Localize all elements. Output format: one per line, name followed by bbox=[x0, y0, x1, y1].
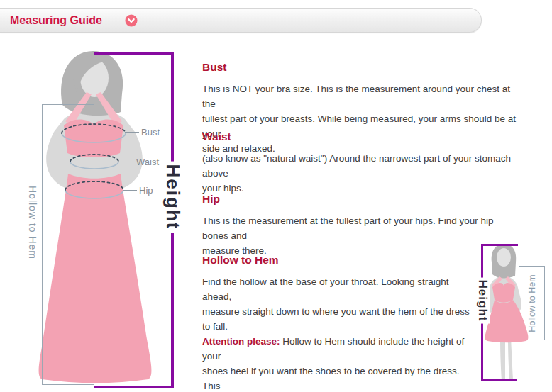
dress-skirt bbox=[39, 174, 152, 383]
hip-pointer-line bbox=[123, 190, 137, 191]
dress-bodice bbox=[64, 119, 123, 157]
waist-pointer-line bbox=[118, 162, 134, 162]
waist-heading: Waist bbox=[202, 130, 518, 143]
hollow-to-hem-heading: Hollow to Hem bbox=[202, 254, 478, 267]
hip-heading: Hip bbox=[202, 193, 518, 206]
hollow-bracket-top bbox=[42, 104, 94, 105]
small-dress-bodice bbox=[492, 283, 515, 303]
measuring-guide-header-bar[interactable]: Measuring Guide bbox=[0, 8, 482, 33]
hollow-bracket-line bbox=[42, 104, 43, 384]
bust-heading: Bust bbox=[202, 61, 518, 74]
height-bracket-top bbox=[94, 52, 174, 55]
hollow-to-hem-paragraph: Find the hollow at the base of your thro… bbox=[202, 274, 478, 392]
front-figure-illustration bbox=[27, 45, 183, 392]
measuring-guide-page: Measuring Guide bbox=[0, 0, 552, 392]
bust-diagram-label: Bust bbox=[141, 127, 160, 138]
chevron-down-icon bbox=[125, 14, 138, 27]
small-height-bracket-top bbox=[481, 244, 518, 246]
small-height-bracket-bottom bbox=[481, 379, 517, 381]
chevron-down-icon[interactable] bbox=[125, 14, 138, 27]
small-legs bbox=[500, 337, 513, 381]
height-label: Height bbox=[162, 162, 184, 233]
hip-diagram-label: Hip bbox=[139, 185, 153, 196]
small-height-label: Height bbox=[475, 278, 490, 324]
section-hollow-to-hem: Hollow to Hem Find the hollow at the bas… bbox=[202, 254, 478, 392]
hollow-bracket-bottom bbox=[42, 384, 94, 385]
page-title: Measuring Guide bbox=[10, 9, 102, 32]
waist-diagram-label: Waist bbox=[136, 157, 159, 167]
small-hollow-to-hem-label: Hollow to Hem bbox=[527, 274, 537, 332]
small-face-shape bbox=[497, 248, 511, 267]
height-bracket-bottom bbox=[94, 386, 174, 388]
waist-paragraph: (also know as "natural waist") Around th… bbox=[202, 151, 518, 196]
attention-please-label: Attention please: bbox=[202, 336, 280, 347]
hollow-to-hem-label: Hollow to Hem bbox=[27, 186, 38, 259]
section-waist: Waist (also know as "natural waist") Aro… bbox=[202, 130, 518, 196]
small-hollow-to-hem-box: Hollow to Hem bbox=[519, 266, 545, 340]
hollow-paragraph-intro: Find the hollow at the base of your thro… bbox=[202, 276, 470, 332]
bust-pointer-line bbox=[125, 132, 139, 133]
